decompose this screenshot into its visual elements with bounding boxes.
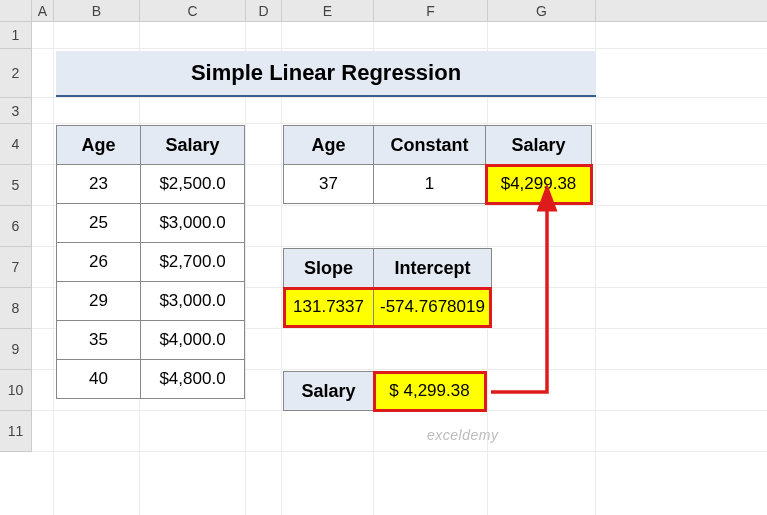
pred-constant-header: Constant: [374, 126, 486, 165]
spreadsheet-grid: A B C D E F G 1 2 3 4 5 6 7 8 9 10 11: [0, 0, 767, 515]
row-header-5[interactable]: 5: [0, 165, 31, 206]
coefficients-table: Slope Intercept 131.7337 -574.7678019: [283, 248, 492, 327]
pred-salary-header: Salary: [486, 126, 592, 165]
table-row: 25 $3,000.0: [57, 204, 245, 243]
row-header-8[interactable]: 8: [0, 288, 31, 329]
col-salary-header: Salary: [141, 126, 245, 165]
data-table: Age Salary 23 $2,500.0 25 $3,000.0 26 $2…: [56, 125, 245, 399]
table-row: 29 $3,000.0: [57, 282, 245, 321]
intercept-header: Intercept: [374, 249, 492, 288]
col-header-D[interactable]: D: [246, 0, 282, 21]
slope-header: Slope: [284, 249, 374, 288]
row-header-1[interactable]: 1: [0, 22, 31, 49]
col-header-G[interactable]: G: [488, 0, 596, 21]
col-header-A[interactable]: A: [32, 0, 54, 21]
col-header-E[interactable]: E: [282, 0, 374, 21]
row-headers: 1 2 3 4 5 6 7 8 9 10 11: [0, 22, 32, 452]
row-header-7[interactable]: 7: [0, 247, 31, 288]
row-header-2[interactable]: 2: [0, 49, 31, 98]
page-title: Simple Linear Regression: [191, 60, 461, 86]
slope-value: 131.7337: [284, 288, 374, 327]
row-header-4[interactable]: 4: [0, 124, 31, 165]
predicted-salary-cell: $4,299.38: [486, 165, 592, 204]
prediction-row: 37 1 $4,299.38: [284, 165, 592, 204]
column-headers: A B C D E F G: [0, 0, 767, 22]
row-header-3[interactable]: 3: [0, 98, 31, 124]
coefficients-row: 131.7337 -574.7678019: [284, 288, 492, 327]
result-value: $ 4,299.38: [374, 372, 486, 411]
pred-age-header: Age: [284, 126, 374, 165]
col-header-F[interactable]: F: [374, 0, 488, 21]
result-label: Salary: [284, 372, 374, 411]
sheet-content[interactable]: Simple Linear Regression Age Salary 23 $…: [32, 22, 767, 515]
table-row: 40 $4,800.0: [57, 360, 245, 399]
intercept-value: -574.7678019: [374, 288, 492, 327]
watermark: exceldemy: [427, 427, 498, 443]
prediction-table: Age Constant Salary 37 1 $4,299.38: [283, 125, 592, 204]
row-header-11[interactable]: 11: [0, 411, 31, 452]
select-all-corner[interactable]: [0, 0, 32, 21]
table-row: 35 $4,000.0: [57, 321, 245, 360]
row-header-6[interactable]: 6: [0, 206, 31, 247]
row-header-9[interactable]: 9: [0, 329, 31, 370]
table-row: 26 $2,700.0: [57, 243, 245, 282]
table-row: 23 $2,500.0: [57, 165, 245, 204]
col-age-header: Age: [57, 126, 141, 165]
result-table: Salary $ 4,299.38: [283, 371, 486, 411]
row-header-10[interactable]: 10: [0, 370, 31, 411]
col-header-B[interactable]: B: [54, 0, 140, 21]
col-header-C[interactable]: C: [140, 0, 246, 21]
title-band: Simple Linear Regression: [56, 51, 596, 97]
